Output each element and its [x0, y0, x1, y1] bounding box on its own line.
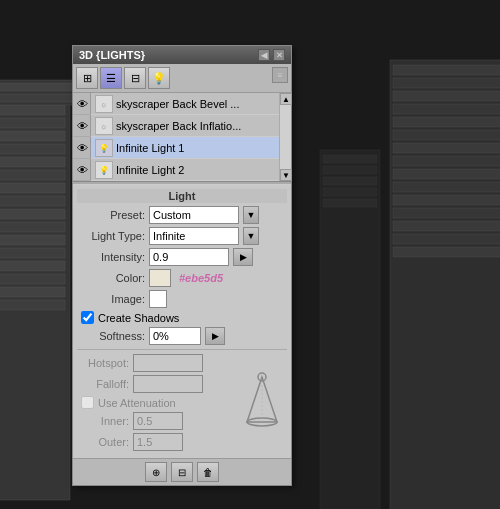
svg-text:💡: 💡: [99, 165, 109, 175]
layers-list: ☼ skyscraper Back Bevel ... ☼ skyscraper…: [91, 93, 279, 181]
svg-rect-15: [0, 274, 65, 284]
properties-section: Light Preset: ▼ Light Type: ▼ Intensity:…: [73, 185, 291, 458]
svg-rect-41: [323, 188, 377, 196]
toolbar-merge-btn[interactable]: ⊟: [124, 67, 146, 89]
use-attenuation-checkbox: [81, 396, 94, 409]
svg-marker-51: [247, 377, 277, 422]
spotlight-controls: Hotspot: Falloff: Use Attenuation Inner:: [77, 354, 233, 454]
svg-rect-2: [0, 105, 65, 115]
eye-icon-2[interactable]: 👁: [73, 115, 91, 137]
light-type-input[interactable]: [149, 227, 239, 245]
layer-name: skyscraper Back Inflatio...: [116, 120, 275, 132]
svg-rect-31: [393, 182, 500, 192]
layer-thumb: ☼: [95, 95, 113, 113]
layer-item[interactable]: ☼ skyscraper Back Inflatio...: [91, 115, 279, 137]
svg-rect-34: [393, 221, 500, 231]
inner-label: Inner:: [77, 415, 129, 427]
use-attenuation-row: Use Attenuation: [77, 396, 233, 409]
svg-rect-27: [393, 130, 500, 140]
separator: [77, 349, 287, 350]
layer-item-infinite-1[interactable]: 💡 Infinite Light 1: [91, 137, 279, 159]
outer-input: [133, 433, 183, 451]
svg-rect-39: [323, 166, 377, 174]
panel-titlebar: 3D {LIGHTS} ◀ ✕: [73, 46, 291, 64]
svg-rect-11: [0, 222, 65, 232]
footer-btn-1[interactable]: ⊕: [145, 462, 167, 482]
create-shadows-checkbox[interactable]: [81, 311, 94, 324]
softness-input[interactable]: [149, 327, 201, 345]
svg-rect-29: [393, 156, 500, 166]
toolbar-list-btn[interactable]: ☰: [100, 67, 122, 89]
svg-rect-12: [0, 235, 65, 245]
toolbar-light-btn[interactable]: 💡: [148, 67, 170, 89]
panel-footer: ⊕ ⊟ 🗑: [73, 458, 291, 485]
footer-btn-delete[interactable]: 🗑: [197, 462, 219, 482]
intensity-label: Intensity:: [77, 251, 145, 263]
svg-rect-23: [393, 78, 500, 88]
image-row: Image:: [77, 290, 287, 308]
create-shadows-label: Create Shadows: [98, 312, 179, 324]
light-type-dropdown-arrow[interactable]: ▼: [243, 227, 259, 245]
svg-text:💡: 💡: [99, 143, 109, 153]
svg-rect-21: [390, 60, 500, 509]
eye-icon-3[interactable]: 👁: [73, 137, 91, 159]
inner-input: [133, 412, 183, 430]
svg-rect-36: [393, 247, 500, 257]
scroll-up[interactable]: ▲: [280, 93, 292, 105]
eye-icon-1[interactable]: 👁: [73, 93, 91, 115]
toolbar-grid-btn[interactable]: ⊞: [76, 67, 98, 89]
visibility-column: 👁 👁 👁 👁: [73, 93, 91, 181]
hotspot-input: [133, 354, 203, 372]
layer-thumb: 💡: [95, 139, 113, 157]
scroll-down[interactable]: ▼: [280, 169, 292, 181]
softness-arrow[interactable]: ▶: [205, 327, 225, 345]
layer-item[interactable]: ☼ skyscraper Back Bevel ...: [91, 93, 279, 115]
inner-row: Inner:: [77, 412, 233, 430]
eye-icon-4[interactable]: 👁: [73, 159, 91, 181]
intensity-input[interactable]: [149, 248, 229, 266]
svg-rect-30: [393, 169, 500, 179]
panel-menu-btn[interactable]: ≡: [272, 67, 288, 83]
close-button[interactable]: ✕: [273, 49, 285, 61]
footer-btn-2[interactable]: ⊟: [171, 462, 193, 482]
color-hex-label: #ebe5d5: [179, 272, 223, 284]
preset-row: Preset: ▼: [77, 206, 287, 224]
svg-rect-22: [393, 65, 500, 75]
hotspot-row: Hotspot:: [77, 354, 233, 372]
svg-rect-38: [323, 155, 377, 163]
svg-rect-28: [393, 143, 500, 153]
collapse-button[interactable]: ◀: [258, 49, 270, 61]
lights-panel: 3D {LIGHTS} ◀ ✕ ⊞ ☰ ⊟ 💡 ≡ 👁 👁 👁 👁 ☼: [72, 45, 292, 486]
color-row: Color: #ebe5d5: [77, 269, 287, 287]
layer-item-infinite-2[interactable]: 💡 Infinite Light 2: [91, 159, 279, 181]
svg-rect-10: [0, 209, 65, 219]
svg-text:☼: ☼: [100, 100, 107, 109]
layer-thumb: 💡: [95, 161, 113, 179]
spotlight-section: Hotspot: Falloff: Use Attenuation Inner:: [77, 354, 287, 454]
intensity-row: Intensity: ▶: [77, 248, 287, 266]
svg-rect-9: [0, 196, 65, 206]
svg-rect-42: [323, 199, 377, 207]
preset-input[interactable]: [149, 206, 239, 224]
falloff-row: Falloff:: [77, 375, 233, 393]
light-type-label: Light Type:: [77, 230, 145, 242]
infinite-light-1-label: Infinite Light 1: [116, 142, 275, 154]
layer-scrollbar[interactable]: ▲ ▼: [279, 93, 291, 181]
light-type-row: Light Type: ▼: [77, 227, 287, 245]
svg-rect-25: [393, 104, 500, 114]
preset-dropdown-arrow[interactable]: ▼: [243, 206, 259, 224]
layer-name: skyscraper Back Bevel ...: [116, 98, 275, 110]
outer-label: Outer:: [77, 436, 129, 448]
svg-rect-5: [0, 144, 65, 154]
panel-toolbar: ⊞ ☰ ⊟ 💡 ≡: [73, 64, 291, 93]
panel-title: 3D {LIGHTS}: [79, 49, 145, 61]
color-label: Color:: [77, 272, 145, 284]
falloff-input: [133, 375, 203, 393]
intensity-arrow[interactable]: ▶: [233, 248, 253, 266]
svg-rect-6: [0, 157, 65, 167]
softness-label: Softness:: [77, 330, 145, 342]
titlebar-buttons: ◀ ✕: [258, 49, 285, 61]
image-label: Image:: [77, 293, 145, 305]
color-swatch[interactable]: [149, 269, 171, 287]
image-swatch[interactable]: [149, 290, 167, 308]
